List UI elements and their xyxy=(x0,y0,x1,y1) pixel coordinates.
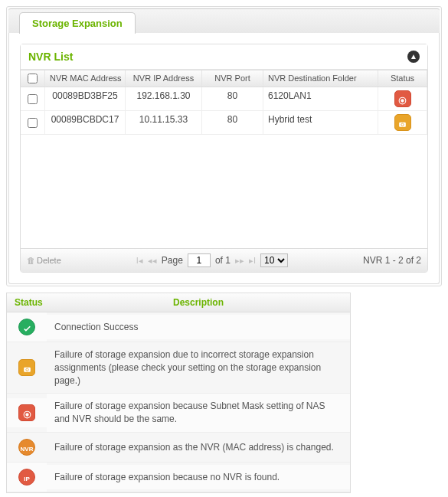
legend-desc: Failure of storage expansion because no … xyxy=(47,465,350,490)
legend-desc: Failure of storage expansion due to inco… xyxy=(47,342,350,393)
panel-content: NVR List ▲ NVR MAC Address NVR IP Addres… xyxy=(8,33,440,284)
table-row[interactable]: 00089BD3BF25192.168.1.30806120LAN1 xyxy=(21,87,427,111)
cell-status xyxy=(378,87,427,110)
row-checkbox-cell xyxy=(21,87,45,110)
legend-row: Failure of storage expansion because Sub… xyxy=(7,394,350,433)
svg-rect-2 xyxy=(399,122,406,126)
svg-rect-4 xyxy=(24,368,31,372)
cell-port: 80 xyxy=(202,87,263,110)
nvr-list-box: NVR List ▲ NVR MAC Address NVR IP Addres… xyxy=(20,44,428,273)
cell-ip: 10.11.15.33 xyxy=(126,111,202,134)
header-status[interactable]: Status xyxy=(378,70,427,87)
cell-mac: 00089BD3BF25 xyxy=(45,87,126,110)
grid-toolbar: Delete I◂ ◂◂ Page of 1 ▸▸ ▸I 10 NVR 1 - … xyxy=(21,248,427,272)
header-mac[interactable]: NVR MAC Address xyxy=(45,70,126,87)
status-badge xyxy=(18,404,35,421)
status-badge xyxy=(394,90,411,107)
status-badge xyxy=(18,359,35,376)
header-checkbox-cell xyxy=(21,70,45,87)
legend-header: Status Description xyxy=(7,293,350,312)
collapse-icon[interactable]: ▲ xyxy=(407,51,420,63)
tab-bar: Storage Expansion xyxy=(8,8,440,33)
cell-folder: Hybrid test xyxy=(263,111,378,134)
storage-expansion-panel: Storage Expansion NVR List ▲ NVR MAC Add… xyxy=(6,6,442,286)
cell-status xyxy=(378,111,427,134)
next-page-icon[interactable]: ▸▸ xyxy=(235,256,244,266)
legend-desc: Failure of storage expansion because Sub… xyxy=(47,394,350,432)
svg-point-7 xyxy=(25,414,28,416)
status-badge xyxy=(18,319,35,335)
legend-desc: Failure of storage expansion as the NVR … xyxy=(47,435,350,460)
page-label: Page xyxy=(162,255,183,266)
cell-port: 80 xyxy=(202,111,263,134)
delete-button[interactable]: Delete xyxy=(27,256,61,265)
legend-status-cell xyxy=(7,398,47,427)
legend-desc: Connection Success xyxy=(47,315,350,340)
row-checkbox[interactable] xyxy=(28,94,38,104)
row-checkbox-cell xyxy=(21,111,45,134)
legend-status-cell xyxy=(7,353,47,382)
status-legend: Status Description Connection SuccessFai… xyxy=(6,293,351,493)
row-checkbox[interactable] xyxy=(28,118,38,128)
prev-page-icon[interactable]: ◂◂ xyxy=(148,256,157,266)
section-header: NVR List ▲ xyxy=(21,44,427,70)
trash-icon xyxy=(27,256,37,265)
row-range: NVR 1 - 2 of 2 xyxy=(363,255,421,266)
legend-row: Failure of storage expansion due to inco… xyxy=(7,342,350,394)
cell-mac: 00089BCBDC17 xyxy=(45,111,126,134)
status-badge: IP xyxy=(18,469,35,486)
header-port[interactable]: NVR Port xyxy=(202,70,263,87)
page-total: of 1 xyxy=(215,255,231,266)
table-row[interactable]: 00089BCBDC1710.11.15.3380Hybrid test xyxy=(21,111,427,135)
header-ip[interactable]: NVR IP Address xyxy=(126,70,202,87)
legend-status-cell: IP xyxy=(7,463,47,492)
tab-storage-expansion[interactable]: Storage Expansion xyxy=(19,12,136,34)
status-badge: NVR xyxy=(18,439,35,456)
grid-header: NVR MAC Address NVR IP Address NVR Port … xyxy=(21,70,427,87)
legend-row: NVRFailure of storage expansion as the N… xyxy=(7,433,350,463)
cell-folder: 6120LAN1 xyxy=(263,87,378,110)
grid-body: 00089BD3BF25192.168.1.30806120LAN100089B… xyxy=(21,87,427,248)
nvr-grid: NVR MAC Address NVR IP Address NVR Port … xyxy=(21,70,427,248)
first-page-icon[interactable]: I◂ xyxy=(136,256,143,266)
svg-point-1 xyxy=(401,99,404,101)
page-input[interactable] xyxy=(188,253,211,267)
legend-status-cell xyxy=(7,312,47,342)
status-badge xyxy=(394,114,411,131)
select-all-checkbox[interactable] xyxy=(28,74,38,83)
legend-col-desc: Description xyxy=(47,293,350,312)
legend-row: IPFailure of storage expansion because n… xyxy=(7,463,350,492)
delete-label: Delete xyxy=(37,256,61,265)
legend-col-status: Status xyxy=(7,293,47,312)
cell-ip: 192.168.1.30 xyxy=(126,87,202,110)
header-folder[interactable]: NVR Destination Folder xyxy=(263,70,378,87)
last-page-icon[interactable]: ▸I xyxy=(249,256,256,266)
legend-status-cell: NVR xyxy=(7,433,47,462)
legend-row: Connection Success xyxy=(7,312,350,342)
page-size-select[interactable]: 10 xyxy=(260,253,288,267)
section-title: NVR List xyxy=(28,51,73,63)
